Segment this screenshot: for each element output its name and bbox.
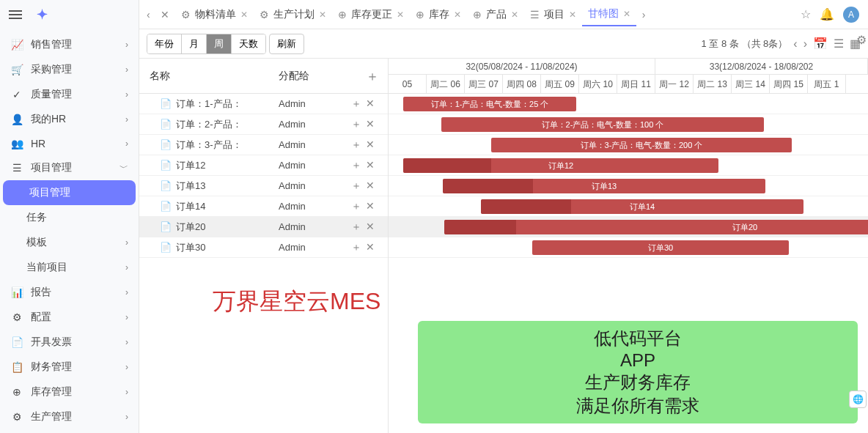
tab-icon: ⊕: [338, 9, 347, 21]
task-row[interactable]: 📄订单14Admin＋✕: [139, 196, 388, 217]
gantt-bar[interactable]: 订单：2-产品：电气-数量：100 个: [441, 117, 764, 132]
tab[interactable]: ⚙物料清单✕: [175, 3, 254, 26]
add-icon[interactable]: ＋: [351, 180, 361, 193]
task-name: 📄订单14: [139, 200, 271, 213]
add-icon[interactable]: ＋: [351, 200, 361, 213]
sidebar-item[interactable]: ⚙生产管理›: [0, 404, 139, 429]
sidebar-item[interactable]: 任务: [0, 205, 139, 230]
remove-icon[interactable]: ✕: [366, 241, 375, 254]
sidebar-item[interactable]: ⊕库存管理›: [0, 380, 139, 404]
remove-icon[interactable]: ✕: [366, 221, 375, 234]
add-icon[interactable]: ＋: [351, 241, 361, 254]
pager-next-icon[interactable]: ›: [803, 37, 807, 51]
add-icon[interactable]: ＋: [351, 118, 361, 131]
tab-label: 物料清单: [195, 8, 236, 21]
menu-toggle-icon[interactable]: [9, 8, 22, 21]
timeline-row: 订单14: [389, 196, 868, 217]
gantt-bar[interactable]: 订单13: [443, 179, 765, 193]
tab-icon: ⚙: [181, 9, 191, 21]
sidebar-item[interactable]: ✓质量管理›: [0, 82, 139, 107]
range-button[interactable]: 天数: [232, 34, 265, 53]
gantt-bar[interactable]: 订单20: [444, 220, 868, 234]
sidebar-item[interactable]: 📄开具发票›: [0, 330, 139, 355]
add-icon[interactable]: ＋: [351, 221, 361, 234]
close-icon[interactable]: ✕: [569, 10, 576, 20]
menu-label: 配置: [31, 311, 125, 324]
gantt-bar[interactable]: 订单：3-产品：电气-数量：200 个: [491, 138, 792, 152]
sidebar-item[interactable]: 📋财务管理›: [0, 355, 139, 380]
sidebar-item[interactable]: ☰项目管理﹀: [0, 155, 139, 180]
remove-icon[interactable]: ✕: [366, 118, 375, 131]
task-assignee: Admin: [271, 180, 351, 191]
task-name: 📄订单20: [139, 221, 271, 234]
add-icon[interactable]: ＋: [351, 138, 361, 152]
tab[interactable]: ☰项目✕: [524, 3, 582, 26]
range-button[interactable]: 月: [182, 34, 207, 53]
close-icon[interactable]: ✕: [454, 10, 461, 20]
sidebar-item[interactable]: ⚙配置›: [0, 305, 139, 330]
remove-icon[interactable]: ✕: [366, 138, 375, 152]
close-icon[interactable]: ✕: [623, 9, 630, 19]
close-icon[interactable]: ✕: [319, 10, 326, 20]
menu-label: 销售管理: [31, 38, 125, 51]
day-header: 周三 07: [465, 75, 503, 94]
gantt-bar[interactable]: 订单12: [403, 158, 718, 173]
avatar[interactable]: A: [843, 7, 859, 23]
day-header: 周日 11: [617, 75, 655, 94]
task-row[interactable]: 📄订单12Admin＋✕: [139, 155, 388, 176]
tab-next-icon[interactable]: ›: [638, 6, 650, 23]
close-icon[interactable]: ✕: [240, 10, 248, 20]
add-task-icon[interactable]: ＋: [366, 67, 388, 85]
progress-fill: [481, 199, 571, 214]
pager-prev-icon[interactable]: ‹: [793, 37, 797, 51]
sidebar-item[interactable]: 📈销售管理›: [0, 32, 139, 57]
sidebar-item[interactable]: 📊报告›: [0, 280, 139, 305]
settings-icon[interactable]: ⚙: [856, 33, 867, 47]
sidebar-item[interactable]: 👤我的HR›: [0, 107, 139, 132]
task-row[interactable]: 📄订单：2-产品：Admin＋✕: [139, 114, 388, 135]
refresh-button[interactable]: 刷新: [269, 34, 304, 54]
star-icon[interactable]: ☆: [801, 7, 811, 21]
menu-icon: 📄: [10, 336, 23, 348]
list-view-icon[interactable]: ☰: [834, 37, 844, 51]
menu-icon: ⚙: [10, 411, 23, 423]
tab-prev-icon[interactable]: ‹: [142, 6, 155, 23]
bell-icon[interactable]: 🔔: [820, 7, 834, 21]
gantt-bar[interactable]: 订单：1-产品：电气-数量：25 个: [403, 97, 576, 111]
tab-label: 甘特图: [588, 7, 619, 21]
sidebar-item[interactable]: 👥HR›: [0, 132, 139, 155]
add-icon[interactable]: ＋: [351, 159, 361, 172]
tab[interactable]: 甘特图✕: [582, 3, 636, 26]
menu-label: 当前项目: [26, 261, 125, 274]
task-name: 📄订单：3-产品：: [139, 138, 271, 152]
add-icon[interactable]: ＋: [351, 97, 361, 111]
tab-close-all-icon[interactable]: ✕: [156, 6, 174, 23]
sidebar-item[interactable]: 当前项目›: [0, 255, 139, 280]
remove-icon[interactable]: ✕: [366, 97, 375, 111]
task-row[interactable]: 📄订单：1-产品：Admin＋✕: [139, 94, 388, 114]
tab[interactable]: ⊕库存✕: [410, 3, 467, 26]
close-icon[interactable]: ✕: [397, 10, 404, 20]
task-name: 📄订单：1-产品：: [139, 97, 271, 111]
gantt-bar[interactable]: 订单14: [481, 199, 803, 214]
remove-icon[interactable]: ✕: [366, 200, 375, 213]
range-button[interactable]: 周: [207, 34, 232, 53]
tab[interactable]: ⚙生产计划✕: [254, 3, 332, 26]
task-row[interactable]: 📄订单20Admin＋✕: [139, 217, 388, 237]
remove-icon[interactable]: ✕: [366, 180, 375, 193]
remove-icon[interactable]: ✕: [366, 159, 375, 172]
doc-icon: 📄: [160, 98, 172, 109]
task-row[interactable]: 📄订单13Admin＋✕: [139, 176, 388, 196]
close-icon[interactable]: ✕: [511, 10, 518, 20]
sidebar-item[interactable]: 🛒采购管理›: [0, 57, 139, 82]
sidebar-item[interactable]: 模板›: [0, 230, 139, 255]
float-widget-icon[interactable]: 🌐: [849, 391, 867, 408]
task-row[interactable]: 📄订单：3-产品：Admin＋✕: [139, 135, 388, 155]
range-button[interactable]: 年份: [147, 34, 182, 53]
tab[interactable]: ⊕库存更正✕: [332, 3, 410, 26]
tab[interactable]: ⊕产品✕: [467, 3, 524, 26]
gantt-bar[interactable]: 订单30: [532, 240, 789, 255]
sidebar-item[interactable]: 项目管理: [3, 180, 136, 205]
calendar-icon[interactable]: 📅: [813, 37, 828, 51]
task-row[interactable]: 📄订单30Admin＋✕: [139, 237, 388, 258]
